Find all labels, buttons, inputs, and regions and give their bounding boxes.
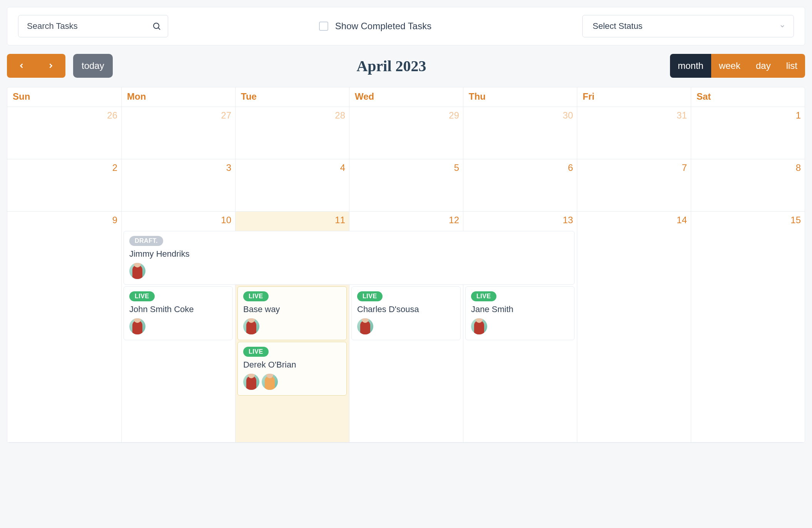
day-header: Thu	[463, 87, 577, 107]
live-badge: LIVE	[243, 291, 269, 301]
event-title: Base way	[243, 304, 341, 314]
calendar-cell[interactable]: 27	[121, 107, 235, 159]
calendar-cell[interactable]: 8	[691, 159, 805, 212]
calendar-cell[interactable]: 28	[235, 107, 349, 159]
view-week[interactable]: week	[711, 54, 748, 78]
view-switcher: month week day list	[670, 54, 805, 78]
avatar-group	[471, 318, 569, 334]
date-number: 10	[125, 215, 231, 226]
calendar-toolbar: today April 2023 month week day list	[7, 54, 805, 78]
day-header: Sun	[7, 87, 121, 107]
avatar-group	[243, 318, 341, 334]
calendar-cell[interactable]: 7	[577, 159, 691, 212]
calendar-header-row: Sun Mon Tue Wed Thu Fri Sat	[7, 87, 805, 107]
event-card[interactable]: LIVEJane Smith	[465, 286, 575, 340]
date-number: 9	[11, 215, 117, 226]
date-number: 12	[353, 215, 459, 226]
calendar-cell[interactable]: 3	[121, 159, 235, 212]
event-card[interactable]: LIVEBase way	[237, 286, 347, 340]
status-select[interactable]: Select Status	[582, 15, 794, 37]
calendar-row: 2345678	[7, 159, 805, 212]
calendar-cell[interactable]: 31	[577, 107, 691, 159]
search-field-wrap	[18, 15, 168, 37]
calendar-cell[interactable]: 5	[349, 159, 463, 212]
event-title: John Smith Coke	[129, 304, 227, 314]
date-number: 3	[125, 162, 231, 173]
show-completed-toggle[interactable]: Show Completed Tasks	[319, 21, 431, 32]
date-number: 4	[239, 162, 345, 173]
calendar-cell[interactable]: 1	[691, 107, 805, 159]
calendar-cell[interactable]: 14	[577, 212, 691, 443]
calendar-cell[interactable]: 6	[463, 159, 577, 212]
date-number: 6	[467, 162, 573, 173]
avatar	[129, 263, 145, 279]
day-header: Tue	[235, 87, 349, 107]
checkbox-icon	[319, 22, 328, 31]
date-number: 5	[353, 162, 459, 173]
calendar-cell[interactable]: 4	[235, 159, 349, 212]
nav-arrows	[7, 54, 65, 78]
event-card[interactable]: LIVECharles D'sousa	[351, 286, 461, 340]
view-list[interactable]: list	[779, 54, 805, 78]
event-card[interactable]: DRAFT.Jimmy Hendriks	[124, 231, 575, 285]
calendar-cell[interactable]: 2	[7, 159, 121, 212]
avatar	[262, 374, 278, 390]
day-header: Wed	[349, 87, 463, 107]
live-badge: LIVE	[357, 291, 383, 301]
filter-bar: Show Completed Tasks Select Status	[7, 7, 805, 45]
avatar-group	[357, 318, 455, 334]
date-number: 14	[581, 215, 687, 226]
avatar	[471, 318, 487, 334]
event-title: Charles D'sousa	[357, 304, 455, 314]
date-number: 27	[125, 110, 231, 121]
event-title: Jane Smith	[471, 304, 569, 314]
event-title: Jimmy Hendriks	[129, 249, 569, 259]
avatar	[243, 374, 259, 390]
live-badge: LIVE	[471, 291, 496, 301]
event-title: Derek O'Brian	[243, 360, 341, 370]
view-day[interactable]: day	[748, 54, 779, 78]
svg-point-0	[154, 23, 159, 28]
date-number: 8	[695, 162, 801, 173]
date-number: 29	[353, 110, 459, 121]
today-button[interactable]: today	[73, 54, 113, 78]
next-button[interactable]	[36, 54, 65, 78]
calendar-cell[interactable]: 26	[7, 107, 121, 159]
svg-line-1	[159, 28, 160, 30]
calendar-cell[interactable]: 30	[463, 107, 577, 159]
calendar-cell[interactable]: 29	[349, 107, 463, 159]
search-icon	[152, 22, 161, 31]
view-month[interactable]: month	[670, 54, 711, 78]
avatar	[129, 318, 145, 334]
avatar-group	[129, 318, 227, 334]
date-number: 28	[239, 110, 345, 121]
avatar-group	[243, 374, 341, 390]
date-number: 31	[581, 110, 687, 121]
calendar-cell[interactable]: 9	[7, 212, 121, 443]
calendar-cell[interactable]: 15	[691, 212, 805, 443]
live-badge: LIVE	[243, 347, 269, 357]
day-header: Mon	[121, 87, 235, 107]
show-completed-label: Show Completed Tasks	[335, 21, 431, 32]
live-badge: LIVE	[129, 291, 155, 301]
chevron-down-icon	[779, 23, 785, 29]
prev-button[interactable]	[7, 54, 36, 78]
draft-badge: DRAFT.	[129, 236, 163, 246]
date-number: 7	[581, 162, 687, 173]
avatar-group	[129, 263, 569, 279]
calendar: Sun Mon Tue Wed Thu Fri Sat 262728293031…	[7, 87, 805, 443]
avatar	[357, 318, 373, 334]
search-input[interactable]	[18, 15, 168, 37]
date-number: 30	[467, 110, 573, 121]
date-number: 1	[695, 110, 801, 121]
date-number: 15	[695, 215, 801, 226]
avatar	[243, 318, 259, 334]
calendar-row: 2627282930311	[7, 107, 805, 159]
calendar-row: 9101112131415DRAFT.Jimmy HendriksLIVEJoh…	[7, 212, 805, 443]
day-header: Sat	[691, 87, 805, 107]
date-number: 26	[11, 110, 117, 121]
date-number: 13	[467, 215, 573, 226]
event-card[interactable]: LIVEDerek O'Brian	[237, 342, 347, 396]
event-card[interactable]: LIVEJohn Smith Coke	[124, 286, 233, 340]
day-header: Fri	[577, 87, 691, 107]
